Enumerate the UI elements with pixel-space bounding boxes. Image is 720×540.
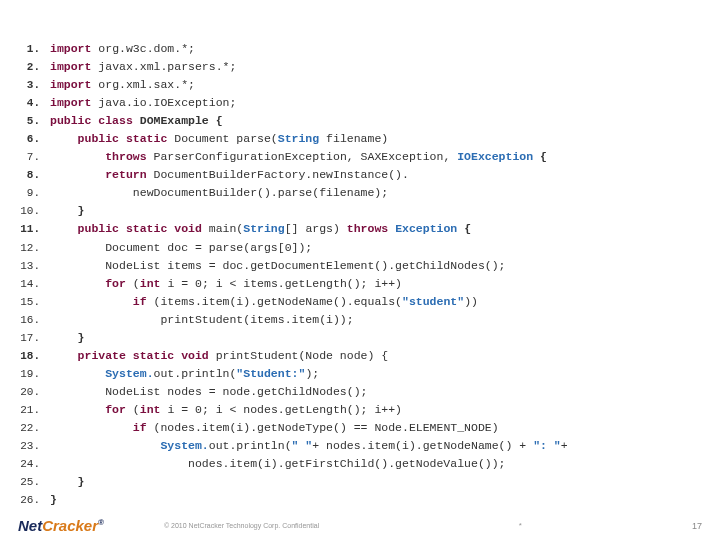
token-type: )) <box>464 295 478 308</box>
line-code: NodeList nodes = node.getChildNodes(); <box>50 383 367 401</box>
code-line: 1.import org.w3c.dom.*; <box>12 40 720 58</box>
line-code: import org.xml.sax.*; <box>50 76 195 94</box>
token-kw: if <box>133 421 147 434</box>
logo-part2: Cracker <box>42 517 98 534</box>
token-str: " " <box>292 439 313 452</box>
line-number: 21. <box>12 402 40 419</box>
code-line: 22. if (nodes.item(i).getNodeType() == N… <box>12 419 720 437</box>
code-line: 4.import java.io.IOException; <box>12 94 720 112</box>
line-code: for (int i = 0; i < items.getLength(); i… <box>50 275 402 293</box>
token-kw: int <box>140 403 161 416</box>
token-type: nodes.item(i).getFirstChild().getNodeVal… <box>188 457 505 470</box>
line-number: 20. <box>12 384 40 401</box>
token-type: NodeList items = doc.getDocumentElement(… <box>105 259 505 272</box>
code-line: 13. NodeList items = doc.getDocumentElem… <box>12 257 720 275</box>
token-type: filename) <box>326 132 388 145</box>
line-number: 10. <box>12 203 40 220</box>
line-code: public static Document parse(String file… <box>50 130 388 148</box>
line-code: Document doc = parse(args[0]); <box>50 239 312 257</box>
token-type: printStudent(items.item(i)); <box>160 313 353 326</box>
code-line: 6. public static Document parse(String f… <box>12 130 720 148</box>
token-str: String <box>243 222 284 235</box>
slide-footer: NetCracker® © 2010 NetCracker Technology… <box>0 517 720 534</box>
token-type: newDocumentBuilder().parse(filename); <box>133 186 388 199</box>
token-type: [] args) <box>285 222 347 235</box>
code-line: 3.import org.xml.sax.*; <box>12 76 720 94</box>
line-number: 3. <box>12 77 40 94</box>
code-line: 9. newDocumentBuilder().parse(filename); <box>12 184 720 202</box>
code-line: 5.public class DOMExample { <box>12 112 720 130</box>
token-kw: if <box>133 295 147 308</box>
token-type: Document parse( <box>174 132 278 145</box>
token-type: out.println( <box>209 439 292 452</box>
token-kw: public class <box>50 114 133 127</box>
token-type: + nodes.item(i).getNodeName() + <box>312 439 533 452</box>
token-type: ( <box>133 277 140 290</box>
line-number: 22. <box>12 420 40 437</box>
line-code: if (nodes.item(i).getNodeType() == Node.… <box>50 419 499 437</box>
token-kw: public static void <box>78 222 202 235</box>
line-code: System.out.println(" "+ nodes.item(i).ge… <box>50 437 568 455</box>
logo: NetCracker® <box>18 517 104 534</box>
line-code: } <box>50 473 85 491</box>
line-code: } <box>50 329 85 347</box>
token-typeB: DOMExample { <box>140 114 223 127</box>
token-typeB: { <box>464 222 471 235</box>
line-number: 16. <box>12 312 40 329</box>
token-type: DocumentBuilderFactory.newInstance(). <box>154 168 409 181</box>
token-str: ": " <box>533 439 561 452</box>
line-code: import javax.xml.parsers.*; <box>50 58 236 76</box>
token-typeB: } <box>78 204 85 217</box>
code-line: 2.import javax.xml.parsers.*; <box>12 58 720 76</box>
token-str: IOException <box>457 150 533 163</box>
line-code: newDocumentBuilder().parse(filename); <box>50 184 388 202</box>
code-line: 17. } <box>12 329 720 347</box>
token-type: javax.xml.parsers.*; <box>98 60 236 73</box>
token-type: ); <box>305 367 319 380</box>
token-type: i = 0; i < nodes.getLength(); i++) <box>167 403 402 416</box>
token-kw: import <box>50 60 91 73</box>
line-number: 1. <box>12 41 40 58</box>
line-code: } <box>50 491 57 509</box>
code-line: 8. return DocumentBuilderFactory.newInst… <box>12 166 720 184</box>
line-number: 8. <box>12 167 40 184</box>
line-number: 25. <box>12 474 40 491</box>
code-line: 11. public static void main(String[] arg… <box>12 220 720 238</box>
code-line: 25. } <box>12 473 720 491</box>
token-type: java.io.IOException; <box>98 96 236 109</box>
token-typeB: } <box>78 331 85 344</box>
token-type: ParserConfigurationException, SAXExcepti… <box>154 150 458 163</box>
line-number: 26. <box>12 492 40 509</box>
line-code: import java.io.IOException; <box>50 94 236 112</box>
token-str: Exception <box>395 222 457 235</box>
token-kw: for <box>105 277 126 290</box>
line-number: 15. <box>12 294 40 311</box>
token-kw: for <box>105 403 126 416</box>
line-code: import org.w3c.dom.*; <box>50 40 195 58</box>
token-kw: return <box>105 168 146 181</box>
token-type: org.w3c.dom.*; <box>98 42 195 55</box>
line-number: 23. <box>12 438 40 455</box>
code-line: 12. Document doc = parse(args[0]); <box>12 239 720 257</box>
line-number: 18. <box>12 348 40 365</box>
token-type: printStudent(Node node) { <box>216 349 389 362</box>
token-type: NodeList nodes = node.getChildNodes(); <box>105 385 367 398</box>
line-code: } <box>50 202 85 220</box>
token-type: org.xml.sax.*; <box>98 78 195 91</box>
line-code: return DocumentBuilderFactory.newInstanc… <box>50 166 409 184</box>
line-number: 13. <box>12 258 40 275</box>
token-typeB: } <box>78 475 85 488</box>
line-code: for (int i = 0; i < nodes.getLength(); i… <box>50 401 402 419</box>
line-code: private static void printStudent(Node no… <box>50 347 388 365</box>
token-str: String <box>278 132 319 145</box>
code-line: 20. NodeList nodes = node.getChildNodes(… <box>12 383 720 401</box>
line-code: public static void main(String[] args) t… <box>50 220 471 238</box>
token-kw: throws <box>105 150 146 163</box>
code-line: 10. } <box>12 202 720 220</box>
code-line: 18. private static void printStudent(Nod… <box>12 347 720 365</box>
line-number: 14. <box>12 276 40 293</box>
code-line: 15. if (items.item(i).getNodeName().equa… <box>12 293 720 311</box>
logo-part1: Net <box>18 517 42 534</box>
code-line: 23. System.out.println(" "+ nodes.item(i… <box>12 437 720 455</box>
code-line: 14. for (int i = 0; i < items.getLength(… <box>12 275 720 293</box>
